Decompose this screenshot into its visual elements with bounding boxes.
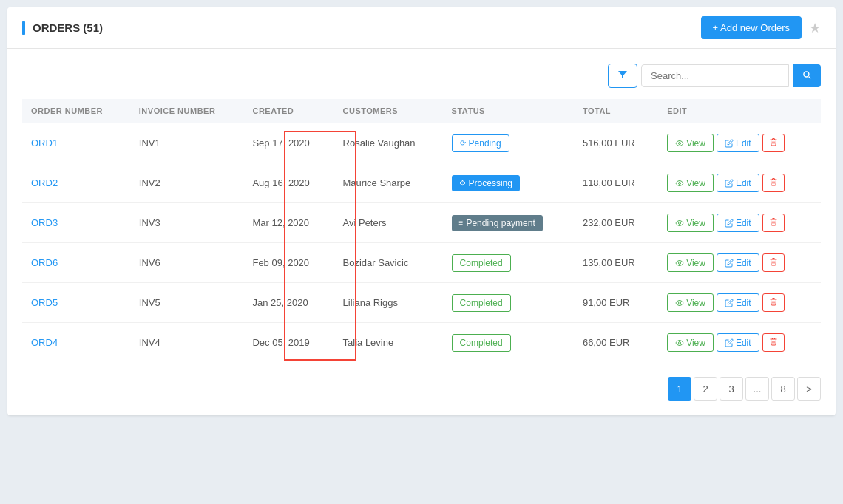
table-row: ORD3 INV3 Mar 12, 2020 Avi Peters ≡ Pend… xyxy=(22,203,821,243)
filter-button[interactable] xyxy=(608,64,637,88)
cell-order-number: ORD5 xyxy=(22,283,130,323)
cell-invoice-number: INV3 xyxy=(130,203,244,243)
cell-actions: View Edit xyxy=(658,203,821,243)
pagination-ellipsis: ... xyxy=(745,377,769,401)
order-number-link[interactable]: ORD3 xyxy=(31,217,58,228)
cell-created: Jan 25, 2020 xyxy=(243,283,334,323)
cell-status: ≡ Pending payment xyxy=(443,203,574,243)
cell-customer: Bozidar Savicic xyxy=(334,243,443,283)
pagination: 123...8> xyxy=(22,377,821,401)
table-row: ORD2 INV2 Aug 16, 2020 Maurice Sharpe ⚙ … xyxy=(22,163,821,203)
page-btn-8[interactable]: 8 xyxy=(771,377,795,401)
status-badge: ⟳ Pending xyxy=(452,134,509,152)
pagination-next[interactable]: > xyxy=(797,377,821,401)
svg-point-3 xyxy=(679,262,681,264)
delete-button[interactable] xyxy=(762,293,785,312)
order-number-link[interactable]: ORD5 xyxy=(31,297,58,308)
trash-icon xyxy=(769,297,778,306)
col-order-number: ORDER NUMBER xyxy=(22,99,130,123)
edit-button[interactable]: Edit xyxy=(717,293,759,312)
cell-created: Aug 16, 2020 xyxy=(243,163,334,203)
cell-invoice-number: INV5 xyxy=(130,283,244,323)
cell-actions: View Edit xyxy=(658,123,821,163)
card-body: ORDER NUMBER INVOICE NUMBER CREATED CUST… xyxy=(7,49,836,415)
page-btn-3[interactable]: 3 xyxy=(720,377,743,401)
table-row: ORD6 INV6 Feb 09, 2020 Bozidar Savicic C… xyxy=(22,243,821,283)
cell-actions: View Edit xyxy=(658,163,821,203)
cell-order-number: ORD4 xyxy=(22,323,130,363)
table-body: ORD1 INV1 Sep 17, 2020 Rosalie Vaughan ⟳… xyxy=(22,123,821,363)
cell-customer: Liliana Riggs xyxy=(334,283,443,323)
cell-total: 516,00 EUR xyxy=(574,123,658,163)
action-buttons: View Edit xyxy=(667,293,812,312)
cell-customer: Rosalie Vaughan xyxy=(334,123,443,163)
delete-button[interactable] xyxy=(762,253,785,272)
page-btn-1[interactable]: 1 xyxy=(668,377,691,401)
view-button[interactable]: View xyxy=(667,253,714,272)
view-button[interactable]: View xyxy=(667,174,714,192)
cell-created: Mar 12, 2020 xyxy=(243,203,334,243)
col-edit: EDIT xyxy=(658,99,821,123)
col-customers: CUSTOMERS xyxy=(334,99,443,123)
order-number-link[interactable]: ORD2 xyxy=(31,177,58,188)
delete-button[interactable] xyxy=(762,214,785,232)
view-button[interactable]: View xyxy=(667,293,714,312)
star-icon[interactable]: ★ xyxy=(809,20,821,36)
order-number-link[interactable]: ORD4 xyxy=(31,337,58,348)
order-number-link[interactable]: ORD1 xyxy=(31,137,58,149)
view-button[interactable]: View xyxy=(667,333,714,352)
edit-button[interactable]: Edit xyxy=(717,134,759,152)
col-invoice-number: INVOICE NUMBER xyxy=(130,99,244,123)
cell-customer: Talia Levine xyxy=(334,323,443,363)
cell-total: 66,00 EUR xyxy=(574,323,658,363)
trash-icon xyxy=(769,137,778,146)
delete-button[interactable] xyxy=(762,174,785,192)
toolbar xyxy=(22,64,821,88)
trash-icon xyxy=(769,337,778,346)
header-right: + Add new Orders ★ xyxy=(701,16,821,39)
cell-total: 135,00 EUR xyxy=(574,243,658,283)
cell-order-number: ORD2 xyxy=(22,163,130,203)
eye-icon xyxy=(675,219,684,228)
card-header: ORDERS (51) + Add new Orders ★ xyxy=(7,7,836,49)
cell-invoice-number: INV4 xyxy=(130,323,244,363)
cell-total: 118,00 EUR xyxy=(574,163,658,203)
svg-point-1 xyxy=(679,182,681,184)
svg-point-4 xyxy=(679,302,681,304)
cell-status: Completed xyxy=(443,283,574,323)
edit-button[interactable]: Edit xyxy=(717,214,759,232)
cell-order-number: ORD1 xyxy=(22,123,130,163)
col-status: STATUS xyxy=(443,99,574,123)
edit-button[interactable]: Edit xyxy=(717,253,759,272)
delete-button[interactable] xyxy=(762,134,785,152)
page-title: ORDERS (51) xyxy=(22,21,103,35)
view-button[interactable]: View xyxy=(667,214,714,232)
cell-customer: Maurice Sharpe xyxy=(334,163,443,203)
order-number-link[interactable]: ORD6 xyxy=(31,257,58,268)
add-orders-button[interactable]: + Add new Orders xyxy=(701,16,802,39)
search-button[interactable] xyxy=(793,64,821,87)
search-icon xyxy=(802,69,812,80)
eye-icon xyxy=(675,139,684,148)
table-wrapper: ORDER NUMBER INVOICE NUMBER CREATED CUST… xyxy=(22,99,821,362)
edit-button[interactable]: Edit xyxy=(717,333,759,352)
pencil-icon xyxy=(725,299,734,307)
pencil-icon xyxy=(725,219,734,228)
action-buttons: View Edit xyxy=(667,174,812,192)
cell-created: Dec 05, 2019 xyxy=(243,323,334,363)
delete-button[interactable] xyxy=(762,333,785,352)
status-badge: Completed xyxy=(452,334,511,352)
cell-status: Completed xyxy=(443,323,574,363)
cell-status: ⚙ Processing xyxy=(443,163,574,203)
view-button[interactable]: View xyxy=(667,134,714,152)
page-btn-2[interactable]: 2 xyxy=(694,377,717,401)
cell-total: 232,00 EUR xyxy=(574,203,658,243)
trash-icon xyxy=(769,177,778,186)
table-row: ORD4 INV4 Dec 05, 2019 Talia Levine Comp… xyxy=(22,323,821,363)
edit-button[interactable]: Edit xyxy=(717,174,759,192)
cell-actions: View Edit xyxy=(658,243,821,283)
search-input[interactable] xyxy=(641,64,789,87)
cell-actions: View Edit xyxy=(658,283,821,323)
orders-table: ORDER NUMBER INVOICE NUMBER CREATED CUST… xyxy=(22,99,821,362)
pencil-icon xyxy=(725,179,734,188)
